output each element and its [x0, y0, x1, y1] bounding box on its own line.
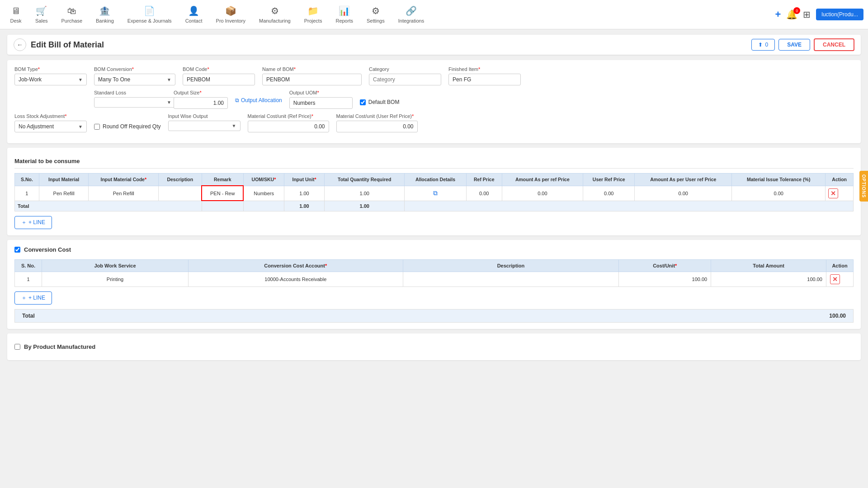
standard-loss-select[interactable]: ▼ — [94, 97, 175, 108]
bom-code-group: BOM Code* — [183, 66, 255, 85]
category-group: Category — [369, 66, 441, 85]
total-spacer — [405, 201, 854, 211]
add-conv-label: + LINE — [28, 295, 45, 301]
conversion-total-label: Total — [22, 313, 35, 319]
conv-col-service: Job Work Service — [42, 259, 189, 272]
total-label: Total — [15, 201, 202, 211]
material-section-title: Material to be consume — [14, 154, 854, 169]
nav-settings[interactable]: ⚙ Settings — [361, 3, 390, 26]
bom-type-select[interactable]: Job-Work ▼ — [14, 74, 87, 85]
category-input[interactable] — [369, 74, 441, 85]
notifications-button[interactable]: 🔔 0 — [786, 9, 797, 20]
save-button[interactable]: SAVE — [778, 39, 810, 51]
output-size-input[interactable] — [174, 97, 228, 109]
cancel-button[interactable]: CANCEL — [814, 38, 854, 51]
back-button[interactable]: ← — [14, 38, 26, 51]
conv-cell-account: 10000-Accounts Receivable — [189, 272, 403, 286]
material-table: S.No. Input Material Input Material Code… — [14, 173, 854, 211]
col-uom-sku: UOM/SKU* — [243, 174, 284, 186]
nav-purchase[interactable]: 🛍 Purchase — [56, 3, 88, 26]
mat-cost-ref-input[interactable] — [248, 121, 329, 132]
upload-button[interactable]: ⬆ 0 — [751, 39, 775, 51]
bom-conversion-select[interactable]: Many To One ▼ — [94, 74, 175, 85]
main-form-section: BOM Type* Job-Work ▼ BOM Conversion* Man… — [7, 60, 861, 143]
add-button[interactable]: + — [775, 9, 781, 20]
loss-stock-select[interactable]: No Adjustment ▼ — [14, 121, 87, 132]
conv-col-cost: Cost/Unit* — [619, 259, 711, 272]
banking-icon: 🏦 — [99, 5, 110, 16]
nav-sales[interactable]: 🛒 Sales — [30, 3, 53, 26]
upload-icon: ⬆ — [758, 42, 763, 48]
nav-reports[interactable]: 📊 Reports — [330, 3, 359, 26]
contact-icon: 👤 — [188, 5, 199, 16]
nav-banking[interactable]: 🏦 Banking — [90, 3, 119, 26]
page-header: ← Edit Bill of Material ⬆ 0 SAVE CANCEL — [7, 35, 861, 55]
col-tolerance: Material Issue Tolerance (%) — [732, 174, 826, 186]
bom-code-input[interactable] — [183, 74, 255, 85]
bom-type-value: Job-Work — [19, 76, 42, 83]
output-uom-label: Output UOM* — [289, 90, 353, 95]
total-qty: 1.00 — [325, 201, 405, 211]
upload-count: 0 — [765, 42, 769, 48]
nav-purchase-label: Purchase — [61, 18, 82, 23]
nav-contact[interactable]: 👤 Contact — [180, 3, 208, 26]
cell-amt-ref: 0.00 — [502, 186, 583, 201]
add-material-line-button[interactable]: ＋ + LINE — [14, 216, 52, 229]
nav-settings-label: Settings — [367, 18, 385, 23]
bom-code-label: BOM Code* — [183, 66, 255, 72]
cell-input-material: Pen Refill — [39, 186, 89, 201]
conversion-cost-table: S. No. Job Work Service Conversion Cost … — [14, 259, 854, 287]
conv-col-desc: Description — [403, 259, 619, 272]
manufacturing-icon: ⚙ — [271, 5, 279, 16]
output-allocation-button[interactable]: ⧉ Output Allocation — [235, 97, 282, 103]
add-line-icon: ＋ — [21, 219, 27, 226]
delete-material-row-button[interactable]: ✕ — [828, 188, 838, 198]
name-of-bom-input[interactable] — [262, 74, 362, 85]
finished-item-input[interactable] — [448, 74, 521, 85]
conv-cell-desc[interactable] — [403, 272, 619, 286]
by-product-checkbox[interactable] — [14, 344, 20, 350]
nav-expense[interactable]: 📄 Expense & Journals — [122, 3, 177, 26]
input-wise-group: Input Wise Output ▼ — [168, 113, 241, 131]
mat-cost-user-input[interactable] — [336, 121, 418, 132]
conversion-cost-checkbox[interactable] — [14, 247, 20, 253]
desk-icon: 🖥 — [11, 6, 20, 16]
input-wise-select[interactable]: ▼ — [168, 121, 241, 131]
col-action: Action — [826, 174, 854, 186]
settings-icon: ⚙ — [372, 5, 380, 16]
conv-desc-input[interactable] — [407, 277, 615, 282]
nav-manufacturing-label: Manufacturing — [259, 18, 291, 23]
nav-pro-inventory-label: Pro Inventory — [216, 18, 245, 23]
nav-reports-label: Reports — [335, 18, 353, 23]
add-conv-line-button[interactable]: ＋ + LINE — [14, 291, 52, 305]
delete-conv-row-button[interactable]: ✕ — [830, 274, 840, 284]
allocation-link-icon[interactable]: ⧉ — [433, 189, 438, 197]
conv-cell-action: ✕ — [826, 272, 854, 286]
conversion-cost-section: Conversion Cost S. No. Job Work Service … — [7, 240, 861, 329]
grid-view-button[interactable]: ⊞ — [803, 9, 811, 20]
nav-projects[interactable]: 📁 Projects — [299, 3, 328, 26]
user-menu-button[interactable]: luction(Produ... — [816, 9, 863, 20]
by-product-label: By Product Manufactured — [24, 343, 95, 350]
round-off-checkbox[interactable] — [94, 124, 100, 130]
nav-integrations[interactable]: 🔗 Integrations — [393, 3, 429, 26]
nav-desk[interactable]: 🖥 Desk — [5, 3, 27, 26]
round-off-checkbox-row: Round Off Required Qty — [94, 123, 161, 130]
finished-item-label: Finished Item* — [448, 66, 521, 72]
category-label: Category — [369, 66, 441, 72]
conv-cell-service: Printing — [42, 272, 189, 286]
conversion-cost-header: Conversion Cost — [14, 246, 854, 253]
integrations-icon: 🔗 — [406, 5, 417, 16]
cell-remark[interactable]: PEN - Rew — [202, 186, 243, 201]
options-tab[interactable]: OPTIONS — [859, 171, 868, 202]
cell-action: ✕ — [826, 186, 854, 201]
default-bom-checkbox[interactable] — [360, 99, 366, 105]
nav-manufacturing[interactable]: ⚙ Manufacturing — [254, 3, 296, 26]
nav-desk-label: Desk — [10, 18, 21, 23]
output-uom-input[interactable] — [289, 97, 353, 109]
sales-icon: 🛒 — [36, 5, 47, 16]
mat-cost-ref-group: Material Cost/unit (Ref Price)* — [248, 113, 329, 132]
col-user-ref-price: User Ref Price — [583, 174, 634, 186]
output-size-group: Output Size* — [174, 90, 228, 109]
nav-pro-inventory[interactable]: 📦 Pro Inventory — [211, 3, 251, 26]
